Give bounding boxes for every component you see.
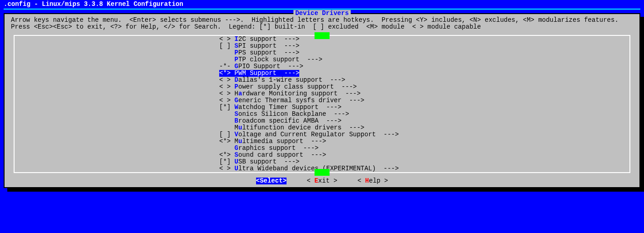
- menu-item-label: PPS support --->: [219, 50, 299, 56]
- menu-item-label: Broadcom specific AMBA --->: [219, 118, 342, 124]
- menu-hotkey: I: [235, 35, 238, 43]
- menu-item-label: [*] USB support --->: [219, 159, 299, 165]
- menu-box: ^(-) < > I2C support --->[ ] SPI support…: [14, 35, 630, 173]
- menu-prefix: <*>: [219, 69, 235, 77]
- menu-hotkey: G: [235, 144, 238, 152]
- menu-item-label: -*- GPIO Support --->: [219, 63, 303, 70]
- dialog-title: Device Drivers: [293, 10, 351, 17]
- menu-prefix: [ ]: [219, 131, 235, 138]
- menu-prefix: [*]: [219, 158, 235, 165]
- menu-item[interactable]: Sonics Silicon Backplane --->: [15, 111, 629, 118]
- menu-item-label: Sonics Silicon Backplane --->: [219, 111, 349, 118]
- menu-hotkey: P: [235, 49, 238, 56]
- menu-item-label: < > Dallas's 1-wire support --->: [219, 77, 345, 84]
- menu-prefix: [219, 144, 235, 152]
- menu-text: allas's 1-wire support --->: [238, 76, 345, 84]
- menu-prefix: [219, 110, 235, 118]
- menu-text: atchdog Timer Support --->: [238, 104, 342, 111]
- menu-item-label: < > Generic Thermal sysfs driver --->: [219, 97, 364, 104]
- menu-item[interactable]: < > Hardware Monitoring support --->: [15, 90, 629, 97]
- menu-prefix: < >: [219, 83, 235, 90]
- menu-item-label: [*] Watchdog Timer Support --->: [219, 104, 342, 111]
- menu-prefix: < >: [219, 76, 235, 84]
- menu-item[interactable]: Graphics support --->: [15, 145, 629, 152]
- menu-item[interactable]: <*> Multimedia support --->: [15, 138, 629, 145]
- menu-hotkey: G: [235, 97, 238, 104]
- menu-item-label: < > Power supply class support --->: [219, 84, 357, 90]
- menu-hotkey: S: [235, 110, 238, 118]
- menu-item[interactable]: < > Power supply class support --->: [15, 84, 629, 90]
- menu-prefix: < > H: [219, 90, 238, 97]
- menu-indent: [15, 84, 219, 90]
- menu-hotkey: S: [235, 42, 238, 50]
- menu-prefix: <*>: [219, 151, 235, 159]
- menu-list[interactable]: < > I2C support --->[ ] SPI support --->…: [15, 36, 629, 172]
- menu-text: ltifunction device drivers --->: [242, 124, 364, 131]
- menu-hotkey: P: [235, 56, 238, 63]
- menu-text: roadcom specific AMBA --->: [238, 117, 342, 124]
- menu-hotkey: G: [235, 63, 238, 70]
- menu-text: PI support --->: [238, 42, 299, 50]
- select-button[interactable]: <Select>: [256, 178, 287, 184]
- menu-text: rdware Monitoring support --->: [242, 90, 360, 97]
- button-bar: <Select> < Exit > < Help >: [5, 176, 639, 184]
- menu-item-label: < > I2C support --->: [219, 36, 299, 43]
- menu-item-label: Multifunction device drivers --->: [219, 124, 364, 131]
- menu-indent: [15, 50, 219, 56]
- menu-item[interactable]: Broadcom specific AMBA --->: [15, 118, 629, 124]
- menu-item[interactable]: PPS support --->: [15, 50, 629, 56]
- scroll-down-indicator[interactable]: v(+): [315, 169, 330, 176]
- menu-item[interactable]: [ ] SPI support --->: [15, 43, 629, 50]
- menu-indent: [15, 97, 219, 104]
- menu-hotkey: U: [235, 165, 238, 172]
- window-title: .config - Linux/mips 3.3.8 Kernel Config…: [0, 0, 644, 9]
- menu-hotkey: B: [235, 117, 238, 124]
- menu-text: PIO Support --->: [238, 63, 303, 70]
- menu-text: ower supply class support --->: [238, 83, 357, 90]
- menu-item[interactable]: -*- GPIO Support --->: [15, 63, 629, 70]
- menu-text: ltimedia support --->: [242, 138, 326, 145]
- menu-indent: [15, 70, 219, 77]
- menu-indent: [15, 77, 219, 84]
- scroll-up-indicator[interactable]: ^(-): [315, 32, 330, 39]
- menu-indent: [15, 152, 219, 159]
- menu-item[interactable]: [*] Watchdog Timer Support --->: [15, 104, 629, 111]
- help-button[interactable]: < Help >: [357, 178, 388, 184]
- menu-hotkey: P: [235, 83, 238, 90]
- menu-prefix: [*]: [219, 104, 235, 111]
- menu-item-label: <*> Multimedia support --->: [219, 138, 326, 145]
- menu-indent: [15, 36, 219, 43]
- menu-prefix: [ ]: [219, 42, 235, 50]
- menu-item-label: <*> PWM Support --->: [219, 70, 299, 77]
- menu-text: PS support --->: [238, 49, 299, 56]
- menu-text: raphics support --->: [238, 144, 318, 152]
- menu-prefix: [219, 117, 235, 124]
- menu-indent: [15, 118, 219, 124]
- menu-item[interactable]: PTP clock support --->: [15, 56, 629, 63]
- menu-prefix: < >: [219, 165, 235, 172]
- menu-indent: [15, 90, 219, 97]
- menu-indent: [15, 131, 219, 138]
- menu-item[interactable]: <*> PWM Support --->: [15, 70, 629, 77]
- menu-indent: [15, 124, 219, 131]
- exit-button[interactable]: < Exit >: [307, 178, 337, 184]
- menu-prefix: < >: [219, 35, 235, 43]
- menu-prefix: < >: [219, 97, 235, 104]
- menu-item[interactable]: <*> Sound card support --->: [15, 152, 629, 159]
- menu-text: onics Silicon Backplane --->: [238, 110, 349, 118]
- menu-item[interactable]: Multifunction device drivers --->: [15, 124, 629, 131]
- menu-item-label: [ ] Voltage and Current Regulator Suppor…: [219, 131, 399, 138]
- menu-item[interactable]: [*] USB support --->: [15, 159, 629, 165]
- menu-indent: [15, 145, 219, 152]
- menu-text: eneric Thermal sysfs driver --->: [238, 97, 364, 104]
- menu-item-label: < > Hardware Monitoring support --->: [219, 90, 361, 97]
- menu-text: TP clock support --->: [238, 56, 322, 63]
- menu-item[interactable]: [ ] Voltage and Current Regulator Suppor…: [15, 131, 629, 138]
- menu-hotkey: U: [235, 158, 238, 165]
- menu-hotkey: D: [235, 76, 238, 84]
- menu-item[interactable]: < > Dallas's 1-wire support --->: [15, 77, 629, 84]
- menu-indent: [15, 159, 219, 165]
- menu-hotkey: S: [235, 151, 238, 159]
- menu-item[interactable]: < > Generic Thermal sysfs driver --->: [15, 97, 629, 104]
- menu-text: 2C support --->: [238, 35, 299, 43]
